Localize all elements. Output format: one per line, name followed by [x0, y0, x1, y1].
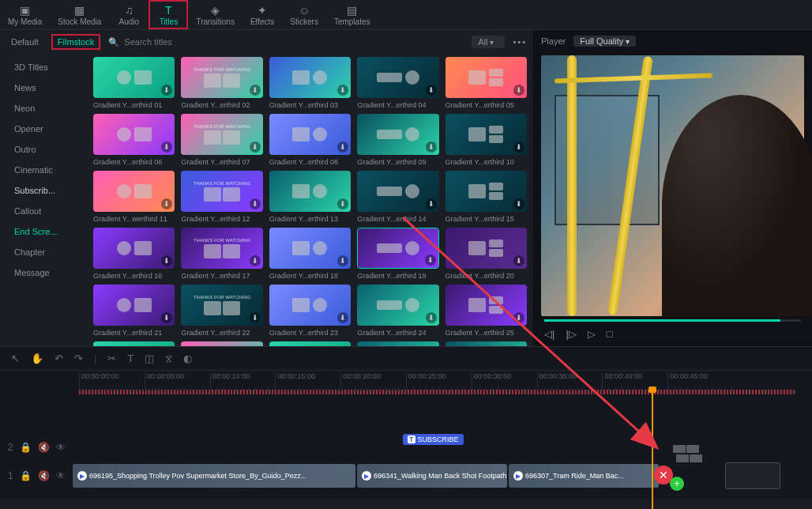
stop-icon[interactable]: □	[607, 328, 613, 340]
sidebar-item-message[interactable]: Message	[0, 262, 87, 283]
download-icon[interactable]: ⬇	[161, 85, 172, 96]
title-thumbnail[interactable]: ⬇Gradient Y...werthird 11	[93, 171, 175, 223]
visibility-icon[interactable]: 👁	[56, 470, 66, 481]
download-icon[interactable]: ⬇	[250, 198, 261, 209]
sidebar-item-outro[interactable]: Outro	[0, 139, 87, 160]
lock-icon[interactable]: 🔒	[20, 470, 32, 481]
download-icon[interactable]: ⬇	[337, 312, 348, 323]
text-icon[interactable]: T	[127, 353, 133, 364]
title-thumbnail[interactable]: ⬇Gradient Y...erthird 13	[269, 171, 351, 223]
download-icon[interactable]: ⬇	[250, 312, 261, 323]
download-icon[interactable]: ⬇	[426, 85, 437, 96]
title-thumbnail[interactable]: THANKS FOR WATCHING⬇Gradient Y...erthird…	[181, 171, 262, 223]
top-tab-titles[interactable]: TTitles	[148, 0, 188, 29]
sidebar-item-news[interactable]: News	[0, 77, 87, 98]
sidebar-item-callout[interactable]: Callout	[0, 201, 87, 221]
crop-icon[interactable]: ◫	[145, 353, 154, 364]
play-icon[interactable]: ▷	[588, 328, 596, 340]
title-thumbnail[interactable]: ⬇Gradient Y...erthird 25	[445, 285, 527, 337]
drop-target[interactable]	[725, 462, 780, 489]
sidebar-item-cinematic[interactable]: Cinematic	[0, 160, 87, 180]
sidebar-item-neon[interactable]: Neon	[0, 98, 87, 119]
sidebar-item-end-scre-[interactable]: End Scre...	[0, 221, 87, 242]
top-tab-transitions[interactable]: ◈Transitions	[188, 0, 242, 29]
mute-icon[interactable]: 🔇	[38, 470, 50, 481]
video-clip-3[interactable]: ▶ 696307_Tram Ride_Man Bac...	[509, 464, 659, 488]
next-frame-icon[interactable]: |▷	[566, 328, 576, 340]
preview-scrubber[interactable]	[544, 319, 801, 322]
title-thumbnail[interactable]: ⬇Creative Y...Opener 01	[93, 341, 175, 346]
title-thumbnail[interactable]: ⬇Gradient Y...erthird 15	[445, 171, 527, 223]
download-icon[interactable]: ⬇	[426, 141, 437, 153]
download-icon[interactable]: ⬇	[250, 141, 261, 153]
download-icon[interactable]: ⬇	[425, 254, 436, 266]
quality-select[interactable]: Full Quality	[573, 36, 636, 47]
title-thumbnail[interactable]: ⬇Creative Y...Opener 05	[445, 341, 527, 346]
title-thumbnail[interactable]: ⬇Creative Y...Opener 03	[269, 341, 351, 346]
download-icon[interactable]: ⬇	[426, 312, 437, 323]
download-icon[interactable]: ⬇	[161, 312, 172, 323]
download-icon[interactable]: ⬇	[337, 255, 348, 266]
undo-icon[interactable]: ↶	[55, 353, 63, 364]
sidebar-item-chapter[interactable]: Chapter	[0, 242, 87, 262]
video-clip-1[interactable]: ▶ 696195_Shopping Trolley Pov Supermarke…	[73, 464, 355, 488]
title-thumbnail[interactable]: ⬇Gradient Y...erthird 16	[93, 228, 175, 280]
download-icon[interactable]: ⬇	[513, 198, 524, 209]
hand-tool-icon[interactable]: ✋	[31, 353, 43, 364]
top-tab-audio[interactable]: ♫Audio	[109, 0, 148, 29]
visibility-icon[interactable]: 👁	[56, 442, 66, 453]
download-icon[interactable]: ⬇	[513, 255, 524, 266]
title-thumbnail[interactable]: ⬇Creative Y...Opener 04	[357, 341, 438, 346]
title-thumbnail[interactable]: ⬇Gradient Y...erthird 23	[269, 285, 351, 337]
download-icon[interactable]: ⬇	[426, 198, 437, 209]
redo-icon[interactable]: ↷	[74, 353, 83, 364]
title-thumbnail[interactable]: ⬇Gradient Y...erthird 04	[357, 57, 438, 109]
more-button[interactable]: •••	[513, 37, 527, 47]
top-tab-effects[interactable]: ✦Effects	[242, 0, 282, 29]
top-tab-stickers[interactable]: ☺Stickers	[282, 0, 326, 29]
sidebar-item-opener[interactable]: Opener	[0, 119, 87, 139]
subscribe-clip[interactable]: T SUBSCRIBE	[403, 434, 464, 445]
title-thumbnail[interactable]: ⬇Gradient Y...erthird 21	[93, 285, 175, 337]
mute-icon[interactable]: 🔇	[38, 442, 50, 453]
top-tab-templates[interactable]: ▤Templates	[326, 0, 378, 29]
title-thumbnail[interactable]: ⬇Gradient Y...erthird 18	[269, 228, 351, 280]
search-area[interactable]: 🔍	[108, 37, 464, 47]
title-thumbnail[interactable]: ⬇Gradient Y...erthird 05	[445, 57, 527, 109]
top-tab-my-media[interactable]: ▣My Media	[0, 0, 50, 29]
download-icon[interactable]: ⬇	[161, 141, 172, 153]
title-thumbnail[interactable]: ⬇Gradient Y...erthird 06	[93, 114, 175, 166]
title-thumbnail[interactable]: ⬇Gradient Y...erthird 08	[269, 114, 351, 166]
download-icon[interactable]: ⬇	[161, 255, 172, 266]
title-thumbnail[interactable]: THANKS FOR WATCHING⬇Gradient Y...erthird…	[181, 114, 262, 166]
title-thumbnail[interactable]: ⬇Gradient Y...erthird 20	[445, 228, 527, 280]
title-thumbnail[interactable]: ⬇Gradient Y...erthird 03	[269, 57, 351, 109]
filter-all[interactable]: All	[472, 36, 505, 48]
title-thumbnail[interactable]: ⬇Gradient Y...erthird 19	[357, 228, 438, 280]
title-thumbnail[interactable]: ⬇Gradient Y...erthird 01	[93, 57, 175, 109]
top-tab-stock-media[interactable]: ▦Stock Media	[50, 0, 109, 29]
split-icon[interactable]: ✂	[107, 353, 116, 364]
timeline-ruler[interactable]: 00:00:00:0000:00:05:0000:00:10:0000:00:1…	[0, 371, 812, 390]
playhead[interactable]	[652, 390, 653, 509]
sidebar-item-subscrib-[interactable]: Subscrib...	[0, 180, 87, 201]
download-icon[interactable]: ⬇	[161, 198, 172, 209]
subtab-filmstock[interactable]: Filmstock	[51, 34, 100, 50]
track-1-body[interactable]: ▶ 696195_Shopping Trolley Pov Supermarke…	[71, 462, 812, 489]
lock-icon[interactable]: 🔒	[20, 442, 32, 453]
title-thumbnail[interactable]: ⬇Gradient Y...erthird 24	[357, 285, 438, 337]
search-input[interactable]	[124, 37, 233, 47]
title-thumbnail[interactable]: ⬇Gradient Y...erthird 10	[445, 114, 527, 166]
title-thumbnail[interactable]: THANKS FOR WATCHING⬇Gradient Y...erthird…	[181, 228, 262, 280]
title-thumbnail[interactable]: THANKS FOR WATCHING⬇Creative Y...Opener …	[181, 341, 262, 346]
thumbnail-grid-area[interactable]: ⬇Gradient Y...erthird 01THANKS FOR WATCH…	[87, 54, 533, 346]
download-icon[interactable]: ⬇	[513, 141, 524, 153]
color-icon[interactable]: ◐	[183, 353, 192, 364]
title-thumbnail[interactable]: ⬇Gradient Y...erthird 14	[357, 171, 438, 223]
prev-frame-icon[interactable]: ◁|	[544, 328, 554, 340]
video-clip-2[interactable]: ▶ 696341_Walking Man Back Shot Footpath.…	[357, 464, 507, 488]
download-icon[interactable]: ⬇	[337, 141, 348, 153]
title-thumbnail[interactable]: THANKS FOR WATCHING⬇Gradient Y...erthird…	[181, 285, 262, 337]
download-icon[interactable]: ⬇	[250, 255, 261, 266]
subtab-default[interactable]: Default	[6, 36, 43, 48]
